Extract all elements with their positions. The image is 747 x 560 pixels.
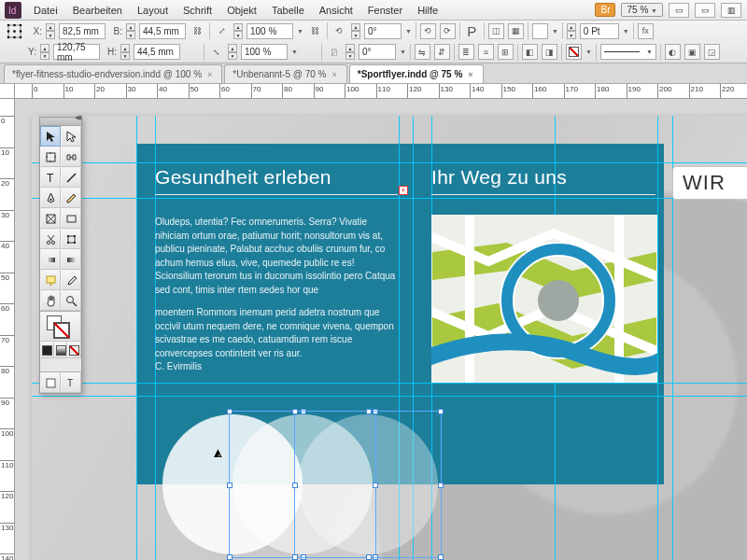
constrain-scale-icon[interactable]: ⛓ — [307, 23, 323, 39]
select-container-icon[interactable]: ◫ — [488, 23, 504, 39]
fill-stroke-swatches[interactable] — [40, 312, 81, 342]
align-icon-3[interactable]: ⊞ — [498, 44, 514, 60]
select-content-icon[interactable]: ▦ — [508, 23, 524, 39]
close-icon[interactable]: × — [468, 70, 472, 79]
rotate-field[interactable]: 0° — [364, 23, 402, 39]
w-field[interactable]: 44,5 mm — [139, 23, 186, 39]
pencil-tool[interactable] — [61, 188, 81, 208]
menu-fenster[interactable]: Fenster — [360, 0, 410, 21]
menu-datei[interactable]: Datei — [26, 0, 65, 21]
vertical-ruler[interactable]: 0102030405060708090100110120130140150 — [0, 99, 15, 560]
eyedropper-tool[interactable] — [61, 270, 81, 290]
apply-gradient-button[interactable] — [54, 342, 68, 358]
apply-color-button[interactable] — [40, 342, 54, 358]
view-options-icon[interactable]: ▭ — [669, 3, 689, 18]
menu-hilfe[interactable]: Hilfe — [410, 0, 445, 21]
heading-weg[interactable]: Ihr Weg zu uns — [431, 166, 655, 189]
shear-spinner[interactable]: ▲▼ — [345, 44, 355, 60]
overset-text-icon[interactable]: + — [399, 186, 408, 195]
heading-gesundheit[interactable]: Gesundheit erleben — [155, 166, 398, 189]
rotate-cw-icon[interactable]: ⟳ — [440, 23, 456, 39]
reference-point-widget[interactable] — [4, 23, 25, 39]
y-field[interactable]: 120,75 mm — [53, 44, 100, 60]
close-icon[interactable]: × — [207, 70, 212, 79]
shear-field[interactable]: 0° — [359, 44, 396, 60]
align-icon-1[interactable]: ≣ — [458, 44, 474, 60]
h-field[interactable]: 44,5 mm — [134, 44, 180, 60]
menu-tabelle[interactable]: Tabelle — [264, 0, 312, 21]
zoom-level-dropdown[interactable]: 75 % ▼ — [621, 3, 663, 17]
rotate-ccw-icon[interactable]: ⟲ — [420, 23, 436, 39]
stroke-spinner[interactable]: ▲▼ — [567, 23, 576, 39]
tools-panel[interactable]: T T — [39, 117, 82, 394]
x-field[interactable]: 82,5 mm — [59, 23, 106, 39]
x-spinner[interactable]: ▲▼ — [46, 23, 55, 39]
horizontal-ruler[interactable]: 0102030405060708090100110120130140150160… — [15, 84, 747, 99]
scalex-spinner[interactable]: ▲▼ — [233, 23, 243, 39]
free-transform-tool[interactable] — [61, 229, 81, 249]
scissors-tool[interactable] — [40, 229, 61, 249]
fill-swatch[interactable] — [532, 23, 548, 39]
menu-bearbeiten[interactable]: Bearbeiten — [65, 0, 130, 21]
note-tool[interactable] — [40, 270, 61, 290]
scaley-spinner[interactable]: ▲▼ — [228, 44, 237, 60]
body-text-3[interactable]: C. Evirmilis — [155, 360, 398, 374]
rectangle-tool[interactable] — [61, 208, 81, 229]
rectangle-frame-tool[interactable] — [40, 208, 61, 229]
direct-selection-tool[interactable] — [61, 126, 81, 147]
menu-objekt[interactable]: Objekt — [219, 0, 264, 21]
apply-none-button[interactable] — [67, 342, 81, 358]
rotate-spinner[interactable]: ▲▼ — [351, 23, 360, 39]
wir-tab[interactable]: WIR — [672, 166, 747, 200]
page-tool[interactable] — [40, 147, 61, 167]
select-next-icon[interactable]: ◨ — [542, 44, 557, 60]
flip-v-icon[interactable]: ⇵ — [434, 44, 450, 60]
flip-h-icon[interactable]: ⇋ — [415, 44, 430, 60]
stroke-swatch-icon[interactable] — [54, 323, 69, 338]
doc-tab-1[interactable]: *flyer-fitness-studio-endversion.indd @ … — [4, 64, 222, 83]
view-mode-normal[interactable] — [40, 372, 61, 393]
stroke-swatch[interactable] — [566, 44, 582, 60]
zoom-tool[interactable] — [61, 290, 81, 311]
constrain-wh-icon[interactable]: ⛓ — [190, 23, 205, 39]
gap-tool[interactable] — [61, 147, 81, 167]
menu-schrift[interactable]: Schrift — [176, 0, 219, 21]
align-icon-2[interactable]: ≡ — [478, 44, 494, 60]
w-spinner[interactable]: ▲▼ — [126, 23, 135, 39]
hand-tool[interactable] — [40, 290, 61, 311]
document-canvas[interactable]: Gesundheit erleben Oludeps, utentia? Fec… — [15, 99, 747, 560]
doc-tab-3[interactable]: *Sportflyer.indd @ 75 %× — [349, 64, 484, 83]
selection-tool[interactable] — [40, 126, 61, 147]
selection-bounding-box-2[interactable] — [294, 411, 442, 558]
body-text-2[interactable]: moentem Rommors inemum perid adetra nost… — [155, 306, 398, 360]
tools-panel-collapse[interactable] — [40, 118, 81, 126]
opacity-icon[interactable]: ◐ — [665, 44, 681, 60]
pen-tool[interactable] — [40, 188, 61, 208]
ruler-origin[interactable] — [0, 84, 15, 99]
gradient-swatch-tool[interactable] — [40, 249, 61, 270]
gradient-feather-tool[interactable] — [61, 249, 81, 270]
y-spinner[interactable]: ▲▼ — [40, 44, 49, 60]
menu-layout[interactable]: Layout — [130, 0, 176, 21]
close-icon[interactable]: × — [332, 70, 337, 79]
scale-x-field[interactable]: 100 % — [247, 23, 293, 39]
fx-icon[interactable]: fx — [638, 23, 654, 39]
stroke-style-field[interactable]: ▼ — [600, 44, 656, 60]
scale-y-field[interactable]: 100 % — [241, 44, 288, 60]
doc-tab-2[interactable]: *Unbenannt-5 @ 70 %× — [224, 64, 346, 83]
menu-ansicht[interactable]: Ansicht — [312, 0, 360, 21]
line-tool[interactable] — [61, 167, 81, 188]
type-tool[interactable]: T — [40, 167, 61, 188]
circle-group[interactable] — [162, 405, 424, 560]
select-prev-icon[interactable]: ◧ — [522, 44, 538, 60]
h-spinner[interactable]: ▲▼ — [120, 44, 130, 60]
stroke-weight-field[interactable]: 0 Pt — [580, 23, 619, 39]
body-text-1[interactable]: Oludeps, utentia? Fec omnerumeris. Serra… — [155, 216, 398, 297]
corner-icon[interactable]: ◲ — [704, 44, 720, 60]
bridge-button[interactable]: Br — [595, 3, 615, 17]
wrap-icon[interactable]: ▣ — [684, 44, 700, 60]
arrange-docs-icon[interactable]: ▥ — [721, 3, 741, 18]
screen-mode-icon[interactable]: ▭ — [695, 3, 715, 18]
type-on-path-icon[interactable]: T — [61, 372, 81, 393]
map-graphic[interactable] — [431, 215, 657, 383]
